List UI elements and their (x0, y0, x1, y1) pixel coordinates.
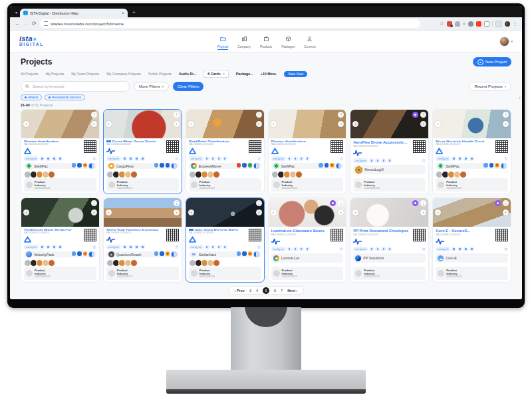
favorite-star-icon[interactable]: ☆ (174, 156, 178, 161)
extension-adobe-icon[interactable] (476, 21, 481, 27)
current-page[interactable]: 5 (263, 287, 269, 294)
card-title-link[interactable]: ZenBloom Plant Protector Wraps (24, 229, 80, 231)
member-avatars[interactable] (271, 171, 344, 178)
nav-item-company[interactable]: Company (237, 33, 251, 50)
company-row[interactable]: SwiftPac (436, 163, 508, 169)
card-title-link[interactable]: Printer distribution (271, 140, 327, 142)
favorite-star-icon[interactable]: ☆ (422, 247, 426, 251)
language-icon[interactable] (305, 247, 310, 251)
favorite-star-icon[interactable]: ☆ (422, 158, 426, 163)
tab-my-company-projects[interactable]: My Company Projects (106, 72, 141, 76)
language-icon[interactable] (223, 245, 227, 249)
search-box[interactable] (21, 81, 130, 92)
reload-button[interactable]: ⟳ (32, 21, 37, 27)
browser-menu-icon[interactable]: ⋮ (513, 21, 517, 27)
language-icon[interactable] (140, 245, 145, 249)
tab-all-projects[interactable]: All Projects (21, 72, 39, 76)
company-row[interactable]: ✶QuantumReach (106, 251, 179, 257)
gear-icon[interactable] (464, 156, 468, 161)
image-next-button[interactable]: › (338, 121, 344, 127)
favorite-star-icon[interactable]: ☆ (174, 245, 178, 249)
card-title-link[interactable]: Frost Wrap Snow Boots... (106, 140, 162, 142)
card-menu-button[interactable]: ⋮ (420, 112, 426, 118)
image-next-button[interactable]: › (420, 209, 426, 215)
gear-icon[interactable] (52, 156, 57, 161)
card-title-link[interactable]: Velo Vista Bicycle Parts Boxes (189, 229, 245, 231)
favorite-star-icon[interactable]: ☆ (92, 245, 96, 249)
language-icon[interactable] (58, 156, 63, 161)
language-icon[interactable] (140, 156, 145, 161)
favorite-star-icon[interactable]: ☆ (257, 245, 261, 249)
company-row[interactable]: PP Solutions (353, 253, 426, 263)
browser-tab[interactable]: ISTA Digital - Distribution Map × (20, 9, 128, 17)
back-button[interactable]: ← (15, 21, 20, 27)
new-project-button[interactable]: + New Project (473, 57, 511, 66)
tab-my-projects[interactable]: My Projects (46, 72, 65, 76)
nav-item-products[interactable]: Products (260, 33, 272, 50)
company-row[interactable]: ☁Curv-E (436, 253, 508, 263)
card-title-link[interactable]: Printer distribution (24, 140, 80, 142)
project-card[interactable]: ⋮‹›Nova Nourish Health Food ContainersNA… (432, 109, 511, 194)
image-prev-button[interactable]: ‹ (188, 121, 194, 127)
language-icon[interactable] (387, 247, 392, 251)
search-input[interactable] (31, 84, 125, 89)
image-next-button[interactable]: › (338, 209, 344, 215)
new-tab-button[interactable]: + (132, 9, 136, 15)
page-button[interactable]: 7 (281, 289, 283, 293)
gear-icon[interactable] (52, 245, 57, 249)
project-card[interactable]: ⋮‹›ZenBloom Plant Protector WrapsNA-2008… (21, 198, 100, 283)
extension-dot-icon[interactable] (463, 23, 466, 25)
box-icon[interactable] (128, 156, 133, 161)
url-bar[interactable]: istadev.invontolabs.com/project/5/timeli… (40, 19, 420, 28)
page-button[interactable]: 4 (256, 289, 258, 293)
image-prev-button[interactable]: ‹ (352, 121, 358, 127)
image-prev-button[interactable]: ‹ (271, 209, 277, 215)
user-menu[interactable]: ▾ (499, 37, 513, 47)
scroll-right-icon[interactable]: › (519, 94, 521, 101)
language-icon[interactable] (469, 156, 474, 161)
nav-item-connect[interactable]: Connect (304, 33, 315, 50)
project-card[interactable]: ⋮‹›Frost Wrap Snow Boots...NA-200848-202… (103, 109, 182, 194)
printer-icon[interactable] (122, 245, 127, 249)
project-card[interactable]: ⋮‹›PP Print Document EnvelopesNA-200848-… (350, 198, 429, 283)
company-row[interactable]: Lumina Lux (271, 253, 344, 263)
card-title-link[interactable]: AeroFlex Drone Accessories Boxes (353, 140, 409, 144)
gear-icon[interactable] (299, 156, 304, 161)
tab--10-more-[interactable]: +10 More. (261, 72, 277, 76)
project-card[interactable]: ⋮‹›PeakPrint DistributionNA-200848-20230… (186, 109, 265, 194)
project-card[interactable]: ⋮‹›Curv-E - SecureS...NA-200848-20230429… (432, 198, 511, 283)
favorite-star-icon[interactable]: ☆ (504, 247, 508, 251)
gear-icon[interactable] (299, 247, 304, 251)
image-next-button[interactable]: › (91, 209, 97, 215)
extension-gear-icon[interactable] (468, 21, 473, 27)
image-prev-button[interactable]: ‹ (106, 209, 112, 215)
close-icon[interactable]: × (223, 72, 225, 76)
favorite-star-icon[interactable]: ☆ (504, 156, 508, 161)
tab-close-icon[interactable]: × (122, 11, 124, 15)
language-icon[interactable] (58, 245, 63, 249)
tab-my-team-projects[interactable]: My Team Projects (71, 72, 99, 76)
browser-avatar[interactable] (505, 21, 510, 27)
printer-icon[interactable] (40, 156, 45, 161)
image-next-button[interactable]: › (174, 209, 180, 215)
printer-icon[interactable] (122, 156, 127, 161)
image-next-button[interactable]: › (174, 121, 180, 127)
image-prev-button[interactable]: ‹ (352, 209, 358, 215)
card-title-link[interactable]: Nova Nourish Health Food Containers (436, 140, 491, 142)
card-menu-button[interactable]: ⋮ (256, 200, 262, 206)
printer-icon[interactable] (40, 245, 45, 249)
extension-gray-icon[interactable] (455, 21, 460, 27)
member-avatars[interactable] (24, 171, 96, 178)
image-next-button[interactable]: › (91, 121, 97, 127)
language-icon[interactable] (223, 156, 227, 161)
language-icon[interactable] (305, 156, 310, 161)
image-prev-button[interactable]: ‹ (106, 121, 112, 127)
member-avatars[interactable] (189, 259, 261, 267)
card-title-link[interactable]: PP Print Document Envelopes (353, 229, 409, 233)
nav-item-packages[interactable]: Packages (281, 33, 295, 50)
card-title-link[interactable]: PeakPrint Distribution (189, 140, 245, 142)
card-title-link[interactable]: LuminaLux Glassware Boxes (271, 229, 327, 233)
card-menu-button[interactable]: ⋮ (91, 112, 97, 118)
member-avatars[interactable] (436, 171, 508, 178)
gear-icon[interactable] (134, 156, 139, 161)
